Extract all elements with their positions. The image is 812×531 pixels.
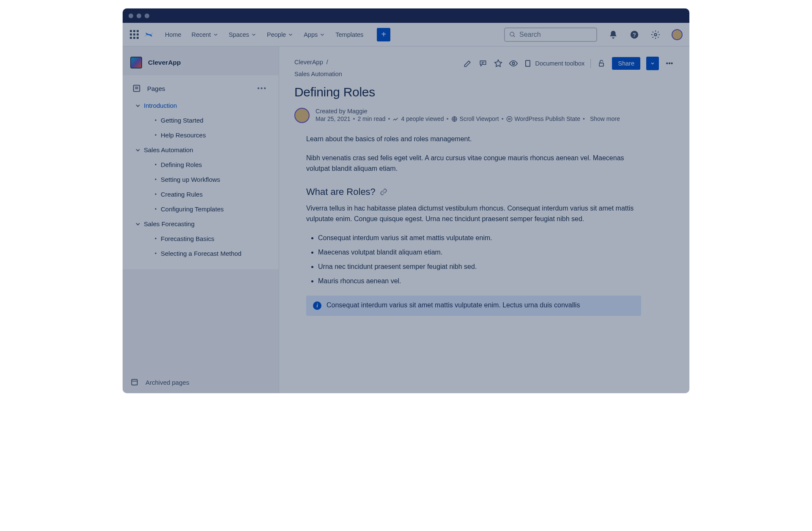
traffic-light-max[interactable]: [145, 14, 149, 18]
author-avatar[interactable]: [294, 108, 310, 123]
anchor-link-icon[interactable]: [380, 188, 387, 196]
help-icon[interactable]: ?: [629, 30, 639, 40]
tree-child[interactable]: Configuring Templates: [131, 202, 274, 216]
tree-parent[interactable]: Sales Automation: [131, 142, 274, 157]
wordpress-icon: W: [506, 116, 513, 122]
nav-item-recent[interactable]: Recent: [187, 29, 223, 41]
pages-panel: Pages ••• IntroductionGetting StartedHel…: [123, 75, 279, 269]
page-meta: Mar 25, 2021• 2 min read• 4 people viewe…: [315, 115, 620, 122]
svg-point-3: [654, 33, 657, 36]
space-name: CleverApp: [148, 59, 181, 66]
settings-icon[interactable]: [650, 30, 661, 40]
chevron-down-icon: [288, 32, 294, 38]
archived-pages[interactable]: Archived pages: [123, 371, 279, 393]
tree-child[interactable]: Getting Started: [131, 113, 274, 128]
nav-item-templates[interactable]: Templates: [331, 29, 368, 41]
window-titlebar: [123, 8, 689, 23]
chevron-down-icon: [319, 32, 325, 38]
search-input[interactable]: Search: [504, 27, 597, 42]
notifications-icon[interactable]: [608, 30, 618, 40]
svg-rect-8: [526, 60, 530, 66]
pages-more-icon[interactable]: •••: [255, 85, 269, 92]
chevron-down-icon: [251, 32, 257, 38]
chevron-down-icon: [134, 147, 141, 153]
list-item: Mauris rhoncus aenean vel.: [318, 276, 641, 286]
bullet-list: Consequat interdum varius sit amet matti…: [306, 233, 641, 286]
watch-icon[interactable]: [509, 59, 518, 68]
traffic-light-min[interactable]: [137, 14, 141, 18]
confluence-logo-icon[interactable]: [144, 30, 154, 40]
pages-label[interactable]: Pages: [147, 85, 255, 92]
more-actions-icon[interactable]: •••: [665, 59, 674, 68]
show-more-link[interactable]: Show more: [590, 115, 620, 122]
share-dropdown-button[interactable]: [646, 57, 659, 70]
create-button[interactable]: +: [377, 28, 390, 41]
globe-icon: [451, 116, 458, 122]
tree-child[interactable]: Selecting a Forecast Method: [131, 246, 274, 261]
intro-p1: Learn about the basics of roles and role…: [306, 134, 641, 145]
pages-icon: [132, 84, 141, 93]
sidebar: CleverApp Pages ••• IntroductionGetting …: [123, 47, 279, 393]
top-nav: HomeRecentSpacesPeopleAppsTemplates + Se…: [123, 23, 689, 47]
list-item: Consequat interdum varius sit amet matti…: [318, 233, 641, 243]
svg-rect-7: [526, 60, 530, 66]
tree-parent[interactable]: Sales Forecasting: [131, 216, 274, 231]
list-item: Urna nec tincidunt praesent semper feugi…: [318, 262, 641, 272]
traffic-light-close[interactable]: [129, 14, 133, 18]
nav-item-home[interactable]: Home: [161, 29, 186, 41]
search-icon: [509, 31, 516, 38]
document-toolbox[interactable]: Document toolbox: [524, 60, 584, 67]
page-title: Defining Roles: [294, 85, 674, 99]
svg-text:?: ?: [633, 31, 636, 38]
space-logo-icon: [130, 57, 142, 68]
tree-child[interactable]: Creating Rules: [131, 187, 274, 202]
chevron-down-icon: [134, 221, 141, 227]
tree-child[interactable]: Defining Roles: [131, 157, 274, 172]
svg-rect-5: [132, 379, 137, 385]
page-tree: IntroductionGetting StartedHelp Resource…: [128, 96, 274, 261]
archive-icon: [130, 378, 139, 386]
created-by: Created by Maggie: [315, 108, 620, 115]
section-p: Viverra tellus in hac habitasse platea d…: [306, 203, 641, 224]
tree-child[interactable]: Setting up Workflows: [131, 172, 274, 187]
nav-item-spaces[interactable]: Spaces: [225, 29, 261, 41]
toolbox-icon: [524, 60, 532, 67]
nav-item-apps[interactable]: Apps: [299, 29, 329, 41]
tree-parent[interactable]: Introduction: [131, 98, 274, 113]
breadcrumb[interactable]: CleverApp / Sales Automation: [294, 57, 342, 80]
star-icon[interactable]: [494, 59, 503, 68]
edit-icon[interactable]: [463, 59, 472, 68]
tree-child[interactable]: Forecasting Basics: [131, 231, 274, 246]
tree-child[interactable]: Help Resources: [131, 128, 274, 142]
list-item: Maecenas volutpat blandit aliquam etiam.: [318, 247, 641, 257]
nav-item-people[interactable]: People: [263, 29, 298, 41]
search-placeholder: Search: [519, 31, 541, 38]
svg-text:W: W: [508, 118, 511, 120]
profile-avatar[interactable]: [672, 29, 683, 40]
chevron-down-icon: [213, 32, 219, 38]
nav-items: HomeRecentSpacesPeopleAppsTemplates: [161, 29, 368, 41]
restrictions-icon[interactable]: [597, 59, 606, 68]
svg-point-6: [513, 62, 515, 65]
space-header[interactable]: CleverApp: [123, 47, 279, 75]
info-icon: i: [313, 301, 321, 310]
analytics-icon: [392, 116, 399, 122]
comment-icon[interactable]: [478, 59, 488, 68]
info-panel: i Consequat interdum varius sit amet mat…: [306, 296, 641, 316]
share-button[interactable]: Share: [612, 57, 640, 70]
chevron-down-icon: [134, 102, 141, 109]
app-switcher-icon[interactable]: [129, 30, 140, 40]
section-heading: What are Roles?: [306, 186, 641, 197]
svg-point-0: [510, 32, 514, 36]
archived-label: Archived pages: [145, 379, 189, 386]
intro-p2: Nibh venenatis cras sed felis eget velit…: [306, 153, 641, 174]
svg-rect-9: [599, 63, 604, 66]
main-content: CleverApp / Sales Automation Document to…: [279, 47, 689, 393]
